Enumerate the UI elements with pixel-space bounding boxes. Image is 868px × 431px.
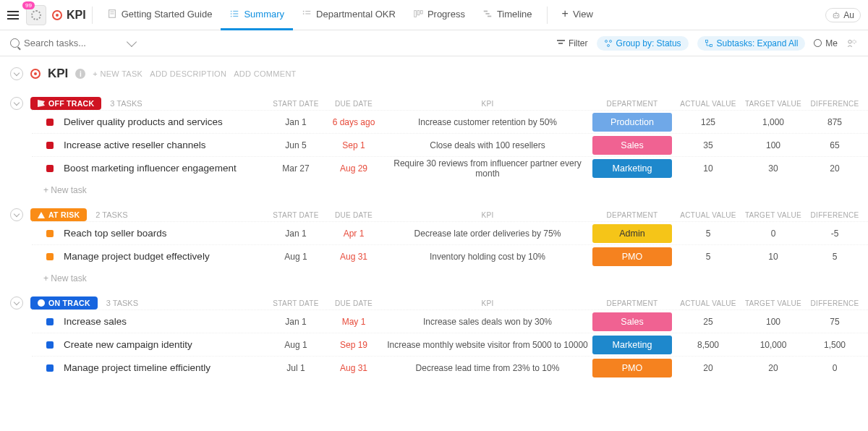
kpi-text[interactable]: Decrease lead time from 23% to 10% xyxy=(386,363,589,373)
start-date[interactable]: Aug 1 xyxy=(271,340,321,350)
target-value[interactable]: 10 xyxy=(741,252,806,262)
department-badge[interactable]: Sales xyxy=(592,136,672,155)
task-name[interactable]: Increase sales xyxy=(64,316,271,327)
due-date[interactable]: May 1 xyxy=(321,317,386,327)
target-value[interactable]: 10,000 xyxy=(741,340,806,350)
actual-value[interactable]: 5 xyxy=(676,252,741,262)
status-square-icon[interactable] xyxy=(46,341,54,349)
due-date[interactable]: Aug 29 xyxy=(321,163,386,174)
collapse-group-icon[interactable] xyxy=(10,208,23,221)
add-comment-button[interactable]: ADD COMMENT xyxy=(234,69,296,78)
difference-value[interactable]: 75 xyxy=(806,317,864,327)
task-row[interactable]: Create new campaign identity Aug 1 Sep 1… xyxy=(32,333,868,356)
target-value[interactable]: 20 xyxy=(741,363,806,373)
difference-value[interactable]: 5 xyxy=(806,252,864,262)
actual-value[interactable]: 20 xyxy=(676,363,741,373)
target-value[interactable]: 100 xyxy=(741,317,806,327)
actual-value[interactable]: 125 xyxy=(676,117,741,127)
due-date[interactable]: Aug 31 xyxy=(321,363,386,373)
status-square-icon[interactable] xyxy=(46,364,54,372)
start-date[interactable]: Jun 5 xyxy=(271,140,321,150)
target-value[interactable]: 30 xyxy=(741,163,806,174)
actual-value[interactable]: 10 xyxy=(676,163,741,174)
assignee-icon[interactable] xyxy=(846,39,858,48)
difference-value[interactable]: 0 xyxy=(806,363,864,373)
status-square-icon[interactable] xyxy=(46,318,54,325)
status-square-icon[interactable] xyxy=(46,119,54,126)
search-input[interactable] xyxy=(24,38,118,48)
me-button[interactable]: Me xyxy=(814,38,838,48)
department-badge[interactable]: Marketing xyxy=(592,159,672,178)
group-by-button[interactable]: Group by: Status xyxy=(597,36,689,51)
tab-summary[interactable]: Summary xyxy=(221,0,293,30)
task-name[interactable]: Manage project timeline efficiently xyxy=(64,362,271,373)
department-badge[interactable]: PMO xyxy=(592,359,672,377)
task-row[interactable]: Increase active reseller channels Jun 5 … xyxy=(32,133,868,156)
menu-icon[interactable] xyxy=(4,7,22,24)
new-task-button[interactable]: + NEW TASK xyxy=(93,69,142,78)
actual-value[interactable]: 25 xyxy=(676,317,741,327)
kpi-text[interactable]: Increase customer retention by 50% xyxy=(386,117,589,127)
task-row[interactable]: Boost marketing influencer engagement Ma… xyxy=(32,156,868,179)
task-row[interactable]: Manage project timeline efficiently Jul … xyxy=(32,356,868,379)
status-pill[interactable]: AT RISK xyxy=(30,208,87,221)
department-badge[interactable]: Sales xyxy=(592,312,672,331)
difference-value[interactable]: -5 xyxy=(806,229,864,239)
subtasks-button[interactable]: Subtasks: Expand All xyxy=(697,36,806,51)
department-badge[interactable]: Marketing xyxy=(592,336,672,354)
add-description-button[interactable]: ADD DESCRIPTION xyxy=(150,69,226,78)
task-name[interactable]: Create new campaign identity xyxy=(64,339,271,350)
task-name[interactable]: Reach top seller boards xyxy=(64,228,271,239)
target-value[interactable]: 1,000 xyxy=(741,117,806,127)
target-value[interactable]: 0 xyxy=(741,229,806,239)
status-square-icon[interactable] xyxy=(46,253,54,260)
status-pill[interactable]: OFF TRACK xyxy=(30,97,101,110)
collapse-group-icon[interactable] xyxy=(10,296,23,310)
kpi-text[interactable]: Close deals with 100 resellers xyxy=(386,140,589,150)
kpi-text[interactable]: Inventory holding cost by 10% xyxy=(386,252,589,262)
start-date[interactable]: Aug 1 xyxy=(271,252,321,262)
task-row[interactable]: Manage project budget effectively Aug 1 … xyxy=(32,244,868,268)
task-row[interactable]: Increase sales Jan 1 May 1 Increase sale… xyxy=(32,310,868,333)
status-square-icon[interactable] xyxy=(46,230,54,237)
task-name[interactable]: Increase active reseller channels xyxy=(64,140,271,150)
difference-value[interactable]: 20 xyxy=(806,163,864,174)
new-task-button[interactable]: + New task xyxy=(10,268,868,288)
actual-value[interactable]: 8,500 xyxy=(676,340,741,350)
start-date[interactable]: Jan 1 xyxy=(271,317,321,327)
start-date[interactable]: Jan 1 xyxy=(271,117,321,127)
task-name[interactable]: Deliver quality products and services xyxy=(64,116,271,127)
collapse-all-icon[interactable] xyxy=(10,67,23,80)
actual-value[interactable]: 35 xyxy=(676,140,741,150)
status-square-icon[interactable] xyxy=(46,142,54,149)
automation-button[interactable]: Au xyxy=(825,8,861,22)
difference-value[interactable]: 65 xyxy=(806,140,864,150)
chevron-down-icon[interactable] xyxy=(127,36,137,46)
due-date[interactable]: Sep 19 xyxy=(321,340,386,350)
status-square-icon[interactable] xyxy=(46,165,54,172)
department-badge[interactable]: Production xyxy=(592,113,672,132)
due-date[interactable]: 6 days ago xyxy=(321,117,386,127)
start-date[interactable]: Mar 27 xyxy=(271,163,321,174)
difference-value[interactable]: 1,500 xyxy=(806,340,864,350)
task-name[interactable]: Manage project budget effectively xyxy=(64,251,271,262)
kpi-text[interactable]: Decrease late order deliveries by 75% xyxy=(386,229,589,239)
activity-icon[interactable]: 99 xyxy=(26,5,46,25)
department-badge[interactable]: PMO xyxy=(592,247,672,266)
tab-departmental[interactable]: Departmental OKR xyxy=(293,0,404,30)
kpi-text[interactable]: Require 30 reviews from influencer partn… xyxy=(386,158,589,179)
tab-progress[interactable]: Progress xyxy=(404,0,474,30)
start-date[interactable]: Jan 1 xyxy=(271,229,321,239)
collapse-group-icon[interactable] xyxy=(10,97,23,110)
kpi-text[interactable]: Increase monthly website visitor from 50… xyxy=(386,340,589,350)
due-date[interactable]: Aug 31 xyxy=(321,252,386,262)
status-pill[interactable]: ON TRACK xyxy=(30,296,98,310)
due-date[interactable]: Apr 1 xyxy=(321,229,386,239)
task-row[interactable]: Deliver quality products and services Ja… xyxy=(32,110,868,133)
task-name[interactable]: Boost marketing influencer engagement xyxy=(64,163,271,174)
target-value[interactable]: 100 xyxy=(741,140,806,150)
info-icon[interactable]: i xyxy=(75,69,85,79)
task-row[interactable]: Reach top seller boards Jan 1 Apr 1 Decr… xyxy=(32,221,868,244)
add-view-button[interactable]: + View xyxy=(553,0,602,30)
due-date[interactable]: Sep 1 xyxy=(321,140,386,150)
